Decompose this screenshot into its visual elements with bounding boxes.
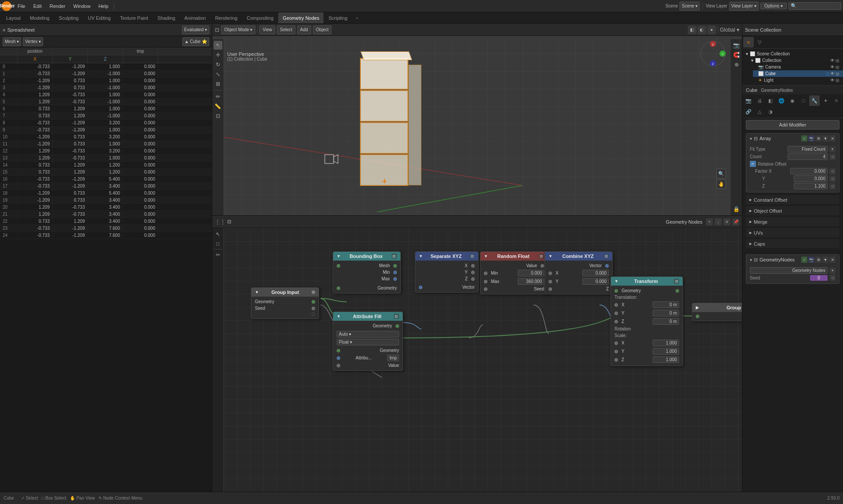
pin-node-tree-button[interactable]: 📌 (732, 218, 739, 225)
node-select-tool[interactable]: ↖ (214, 230, 222, 239)
light-vis-icon[interactable]: 👁 (830, 78, 835, 83)
tab-shading[interactable]: Shading (153, 12, 179, 23)
close-node-tree-button[interactable]: ✕ (723, 218, 730, 225)
array-delete-icon[interactable]: ✕ (829, 135, 836, 141)
view-layer-props-icon[interactable]: ◧ (765, 95, 776, 106)
viewport-shading-material[interactable]: ◐ (698, 25, 706, 34)
annotate-tool[interactable]: ✏ (214, 92, 222, 101)
camera-render-icon[interactable]: ◎ (836, 65, 839, 69)
zoom-out-button[interactable]: 🤚 (716, 179, 726, 189)
array-down-icon[interactable]: ▼ (822, 135, 828, 141)
cxyz-x-value[interactable]: 0.000 (582, 270, 609, 276)
gn-delete-icon[interactable]: ✕ (829, 257, 836, 263)
tr-z-value[interactable]: 0 m (653, 318, 679, 325)
gn-nodetree-value[interactable]: Geometry Nodes (750, 267, 828, 274)
tab-animation[interactable]: Animation (180, 12, 211, 23)
af-attrib-socket[interactable] (337, 356, 340, 360)
gn-seed-arrow[interactable]: ◁ (829, 275, 836, 281)
tr-y-value[interactable]: 0 m (653, 310, 679, 316)
tab-modeling[interactable]: Modeling (25, 12, 54, 23)
sxyz-y-socket[interactable] (471, 271, 475, 274)
factor-y-value[interactable]: 0.000 (794, 175, 828, 182)
scene-dropdown[interactable]: Scene ▾ (679, 2, 700, 11)
rotate-tool[interactable]: ↻ (214, 60, 222, 69)
array-modifier-title[interactable]: ▾ ⊟ Array ✓ 📷 ⚙ ▼ ✕ (746, 134, 839, 143)
viewport-lock-icon[interactable]: 🔒 (732, 205, 741, 214)
factor-x-value[interactable]: 0.000 (790, 168, 828, 174)
cxyz-vector-socket[interactable] (605, 264, 609, 268)
sxyz-vector-socket[interactable] (419, 286, 422, 289)
render-visibility-icon[interactable]: ◎ (836, 58, 839, 63)
factor-y-arrow[interactable]: ◁ (829, 176, 836, 182)
cxyz-z-socket[interactable] (549, 287, 552, 291)
tab-rendering[interactable]: Rendering (211, 12, 242, 23)
rf-min-value[interactable]: 0.000 (518, 270, 544, 276)
factor-z-value[interactable]: 1.100 (794, 183, 828, 189)
bb-mesh-out-socket[interactable] (393, 264, 397, 268)
tr-sy-value[interactable]: 1.000 (653, 348, 679, 355)
bb-max-socket[interactable] (393, 277, 397, 281)
object-menu[interactable]: Object (313, 25, 332, 34)
tr-geom-in-socket[interactable] (614, 289, 618, 293)
array-settings-icon[interactable]: ⚙ (815, 135, 821, 141)
visibility-icon[interactable]: 👁 (830, 58, 835, 63)
render-icon[interactable]: 📷 (732, 41, 741, 50)
zoom-in-button[interactable]: 🔍 (716, 169, 726, 178)
object-props-icon[interactable]: □ (798, 95, 809, 106)
tr-x-value[interactable]: 0 m (653, 301, 679, 308)
tr-x-socket[interactable] (614, 303, 618, 307)
scene-props-icon[interactable]: 🌐 (776, 95, 787, 106)
count-value[interactable]: 4 (788, 153, 828, 160)
camera-vis-icon[interactable]: 👁 (830, 65, 835, 69)
menu-render[interactable]: Render (46, 3, 69, 10)
af-type-dropdown[interactable]: Float ▾ (337, 339, 399, 345)
scale-tool[interactable]: ⤡ (214, 70, 222, 79)
save-node-tree-button[interactable]: ↓ (715, 218, 722, 225)
bb-min-socket[interactable] (393, 271, 397, 274)
physics-props-icon[interactable]: ⚛ (831, 95, 842, 106)
data-props-icon[interactable]: △ (754, 106, 765, 117)
bounding-box-header[interactable]: ▼ Bounding Box ⊡ (333, 252, 400, 261)
object-offset-header[interactable]: ▸ Object Offset (746, 206, 839, 215)
uvs-header[interactable]: ▸ UVs (746, 228, 839, 237)
select-menu[interactable]: Select (277, 25, 295, 34)
bb-geometry-in-socket[interactable] (337, 264, 340, 268)
tab-compositing[interactable]: Compositing (242, 12, 278, 23)
global-dropdown[interactable]: Global ▾ (720, 27, 739, 33)
camera-item[interactable]: 📷 Camera 👁 ◎ (753, 64, 843, 70)
cxyz-x-socket[interactable] (549, 272, 552, 275)
viewport-shading-solid[interactable]: ◧ (688, 25, 697, 34)
status-node-context[interactable]: ✎ Node Context Menu (98, 496, 142, 500)
gn-settings-icon[interactable]: ⚙ (815, 257, 821, 263)
options-button[interactable]: Options ▾ (760, 3, 787, 9)
caps-header[interactable]: ▸ Caps (746, 239, 839, 248)
particles-props-icon[interactable]: ✦ (820, 95, 831, 106)
relative-offset-checkbox[interactable]: ✓ (750, 161, 756, 167)
mesh-dropdown[interactable]: Mesh ▾ (3, 37, 21, 46)
evaluated-dropdown[interactable]: Evaluated ▾ (182, 25, 209, 34)
tab-scripting[interactable]: Scripting (324, 12, 352, 23)
cube-item[interactable]: ⬜ Cube ⊡ 👁 ◎ (753, 70, 843, 77)
collection-item[interactable]: ▾ ⬜ Collection 👁 ◎ (748, 57, 843, 64)
view-menu[interactable]: View (259, 25, 275, 34)
gn-render-icon[interactable]: 📷 (808, 257, 814, 263)
fit-type-value[interactable]: Fixed Count (788, 146, 828, 152)
tab-sculpting[interactable]: Sculpting (55, 12, 83, 23)
world-props-icon[interactable]: ◉ (787, 95, 798, 106)
light-render-icon[interactable]: ◎ (836, 78, 839, 83)
node-cut-tool[interactable]: ✂ (214, 250, 222, 259)
cursor-tool[interactable]: ↖ (214, 41, 222, 50)
count-arrow[interactable]: ◁ (829, 154, 836, 160)
array-enable-icon[interactable]: ✓ (801, 135, 807, 141)
rf-max-socket[interactable] (484, 280, 487, 283)
gn-modifier-title[interactable]: ▾ ⊟ GeometryNodes ✓ 📷 ⚙ ▼ ✕ (746, 255, 839, 265)
menu-file[interactable]: File (14, 3, 29, 10)
fit-type-arrow[interactable]: ▾ (829, 146, 836, 152)
group-input-header[interactable]: ▼ Group Input (251, 288, 319, 297)
gn-seed-value[interactable]: 0 (810, 275, 828, 281)
af-geom-out-socket[interactable] (396, 324, 399, 328)
new-node-tree-button[interactable]: + (706, 218, 713, 225)
view-layer-dropdown[interactable]: View Layer ▾ (729, 2, 759, 11)
group-output-header[interactable]: ▶ Group Output (692, 303, 742, 312)
cube-render-icon[interactable]: ◎ (836, 71, 839, 76)
